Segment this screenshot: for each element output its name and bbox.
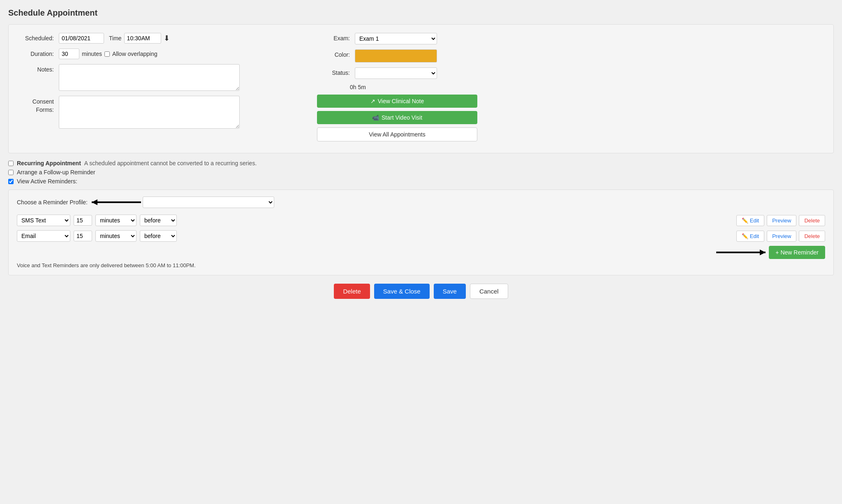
right-form-col: Exam: Exam 1 Exam 2 Exam 3 Color: Status… — [313, 33, 477, 145]
cancel-button[interactable]: Cancel — [470, 284, 508, 299]
reminder-num-input-2[interactable] — [74, 231, 92, 241]
duration-unit-label: minutes — [82, 51, 102, 57]
reminders-card: Choose a Reminder Profile: SMS Text Emai… — [8, 190, 834, 275]
duration-row: Duration: minutes Allow overlapping — [17, 49, 272, 59]
time-label: Time — [109, 35, 122, 42]
left-form-col: Scheduled: Time ⬇ Duration: minutes Allo… — [17, 33, 272, 145]
voice-text-note: Voice and Text Reminders are only delive… — [17, 262, 825, 268]
arrow-right-icon — [716, 252, 766, 253]
reminder-unit-select-1[interactable]: minutes hours days — [95, 215, 136, 226]
new-reminder-row: + New Reminder — [17, 246, 825, 259]
view-clinical-note-button[interactable]: ↗ View Clinical Note — [317, 95, 477, 108]
color-picker[interactable] — [355, 49, 437, 62]
pencil-icon-2: ✏️ — [742, 233, 748, 239]
reminder-action-group-1: ✏️ Edit Preview Delete — [736, 215, 825, 226]
start-video-visit-button[interactable]: 📹 Start Video Visit — [317, 111, 477, 124]
scheduled-date-input[interactable] — [59, 33, 104, 44]
time-indicator: 0h 5m — [350, 84, 477, 90]
status-row: Status: Active Cancelled No Show — [313, 67, 477, 79]
reminder-edit-button-1[interactable]: ✏️ Edit — [736, 215, 764, 226]
arrow-left-icon — [92, 201, 141, 203]
footer-buttons: Delete Save & Close Save Cancel — [8, 284, 834, 299]
consent-forms-label: ConsentForms: — [17, 96, 54, 114]
view-all-appointments-button[interactable]: View All Appointments — [317, 127, 477, 141]
video-icon: 📹 — [372, 114, 379, 121]
notes-textarea[interactable] — [59, 64, 240, 91]
followup-row: Arrange a Follow-up Reminder — [8, 169, 834, 176]
followup-label: Arrange a Follow-up Reminder — [17, 169, 95, 176]
exam-row: Exam: Exam 1 Exam 2 Exam 3 — [313, 33, 477, 44]
new-reminder-button[interactable]: + New Reminder — [769, 246, 825, 259]
reminder-when-select-1[interactable]: before after — [140, 215, 177, 226]
reminder-preview-button-1[interactable]: Preview — [767, 215, 796, 226]
allow-overlapping-checkbox[interactable] — [104, 51, 110, 57]
reminder-delete-button-1[interactable]: Delete — [799, 215, 825, 226]
external-link-icon: ↗ — [370, 98, 375, 104]
reminder-num-input-1[interactable] — [74, 215, 92, 226]
arrow-left-group — [92, 197, 274, 208]
scheduled-time-group: Time ⬇ — [59, 33, 170, 44]
consent-forms-textarea[interactable] — [59, 96, 240, 129]
reminder-type-select-1[interactable]: SMS Text Email Voice — [17, 215, 70, 226]
reminder-row-1: SMS Text Email Voice minutes hours days … — [17, 215, 825, 226]
scheduled-time-input[interactable] — [124, 33, 161, 44]
exam-select[interactable]: Exam 1 Exam 2 Exam 3 — [355, 33, 437, 44]
right-action-buttons: ↗ View Clinical Note 📹 Start Video Visit… — [317, 95, 477, 145]
recurring-note: A scheduled appointment cannot be conver… — [84, 160, 257, 166]
delete-button[interactable]: Delete — [334, 284, 370, 299]
scheduled-row: Scheduled: Time ⬇ — [17, 33, 272, 44]
recurring-row: Recurring Appointment A scheduled appoin… — [8, 160, 834, 166]
recurring-label: Recurring Appointment — [17, 160, 81, 166]
reminder-preview-button-2[interactable]: Preview — [767, 231, 796, 242]
time-dropdown-icon[interactable]: ⬇ — [164, 34, 170, 43]
allow-overlapping-label: Allow overlapping — [104, 51, 157, 57]
reminder-profile-select[interactable] — [143, 197, 274, 208]
view-active-label: View Active Reminders: — [17, 178, 77, 185]
reminder-row-2: SMS Text Email Voice minutes hours days … — [17, 230, 825, 242]
duration-input[interactable] — [59, 49, 79, 59]
reminder-action-group-2: ✏️ Edit Preview Delete — [736, 231, 825, 242]
save-close-button[interactable]: Save & Close — [374, 284, 430, 299]
status-select[interactable]: Active Cancelled No Show — [355, 67, 437, 79]
duration-group: minutes Allow overlapping — [59, 49, 157, 59]
view-active-row: View Active Reminders: — [8, 178, 834, 185]
color-label: Color: — [313, 49, 350, 58]
notes-label: Notes: — [17, 64, 54, 73]
save-button[interactable]: Save — [434, 284, 466, 299]
pencil-icon-1: ✏️ — [742, 217, 748, 224]
notes-row: Notes: — [17, 64, 272, 91]
reminder-delete-button-2[interactable]: Delete — [799, 231, 825, 242]
consent-forms-row: ConsentForms: — [17, 96, 272, 129]
status-label: Status: — [313, 67, 350, 76]
scheduled-label: Scheduled: — [17, 33, 54, 42]
appointment-form-card: Scheduled: Time ⬇ Duration: minutes Allo… — [8, 24, 834, 153]
followup-checkbox[interactable] — [8, 170, 14, 175]
view-active-checkbox[interactable] — [8, 179, 14, 184]
reminder-unit-select-2[interactable]: minutes hours days — [95, 230, 136, 242]
reminder-when-select-2[interactable]: before after — [140, 230, 177, 242]
options-section: Recurring Appointment A scheduled appoin… — [8, 160, 834, 185]
reminder-profile-label: Choose a Reminder Profile: — [17, 199, 88, 206]
duration-label: Duration: — [17, 49, 54, 57]
page-title: Schedule Appointment — [8, 8, 834, 18]
reminder-edit-button-2[interactable]: ✏️ Edit — [736, 231, 764, 242]
reminder-profile-row: Choose a Reminder Profile: — [17, 197, 825, 208]
color-row: Color: — [313, 49, 477, 62]
reminder-type-select-2[interactable]: SMS Text Email Voice — [17, 230, 70, 242]
exam-label: Exam: — [313, 33, 350, 42]
recurring-checkbox[interactable] — [8, 161, 14, 166]
